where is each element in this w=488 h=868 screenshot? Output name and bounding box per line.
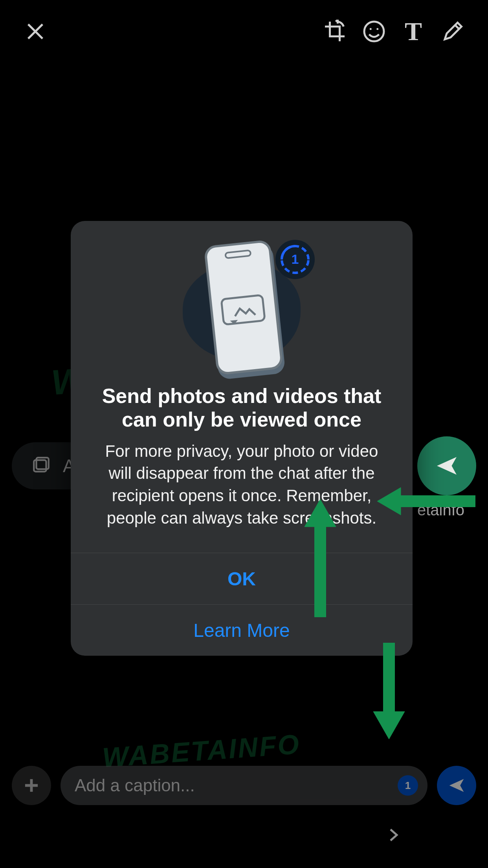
svg-line-5	[455, 25, 460, 30]
send-button[interactable]	[437, 766, 476, 805]
learn-more-button[interactable]: Learn More	[71, 605, 413, 656]
send-icon	[448, 777, 465, 794]
caption-bar: Add a caption... 1	[0, 766, 488, 805]
close-icon	[25, 21, 46, 42]
draw-button[interactable]	[433, 14, 472, 49]
text-icon: T	[405, 17, 422, 46]
crop-rotate-icon	[323, 20, 347, 43]
view-once-dialog: 1 Send photos and videos that can only b…	[71, 221, 413, 656]
svg-marker-14	[305, 499, 336, 527]
dialog-title: Send photos and videos that can only be …	[94, 384, 389, 432]
expand-chevron[interactable]	[386, 827, 402, 844]
phone-icon	[204, 239, 284, 375]
chevron-right-icon	[386, 827, 402, 843]
view-once-toggle[interactable]: 1	[398, 775, 418, 796]
svg-marker-12	[377, 487, 401, 515]
svg-point-3	[370, 28, 372, 30]
ok-button[interactable]: OK	[71, 553, 413, 604]
dialog-body: For more privacy, your photo or video wi…	[94, 440, 389, 530]
svg-text:1: 1	[292, 252, 299, 267]
annotation-arrow-left	[377, 484, 479, 519]
svg-point-4	[376, 28, 378, 30]
editor-toolbar: T	[0, 12, 488, 51]
annotation-arrow-down	[367, 639, 411, 741]
text-tool-button[interactable]: T	[394, 14, 433, 49]
svg-marker-16	[373, 712, 405, 739]
svg-marker-19	[449, 779, 464, 792]
crop-rotate-button[interactable]	[315, 14, 354, 49]
view-once-badge-icon: 1	[275, 240, 315, 279]
svg-point-2	[364, 22, 384, 41]
caption-input[interactable]: Add a caption... 1	[61, 766, 427, 805]
gallery-icon	[31, 456, 51, 476]
emoji-icon	[362, 20, 386, 43]
dialog-content: 1 Send photos and videos that can only b…	[71, 221, 413, 553]
image-bubble-icon	[220, 294, 266, 326]
add-media-button[interactable]	[12, 766, 51, 805]
emoji-button[interactable]	[354, 14, 394, 49]
annotation-arrow-up	[299, 499, 342, 621]
plus-icon	[22, 776, 40, 794]
caption-placeholder: Add a caption...	[75, 776, 195, 795]
pencil-icon	[441, 20, 464, 43]
svg-marker-8	[437, 457, 457, 475]
send-icon	[435, 454, 459, 478]
close-button[interactable]	[16, 14, 55, 49]
dialog-illustration: 1	[175, 241, 308, 374]
